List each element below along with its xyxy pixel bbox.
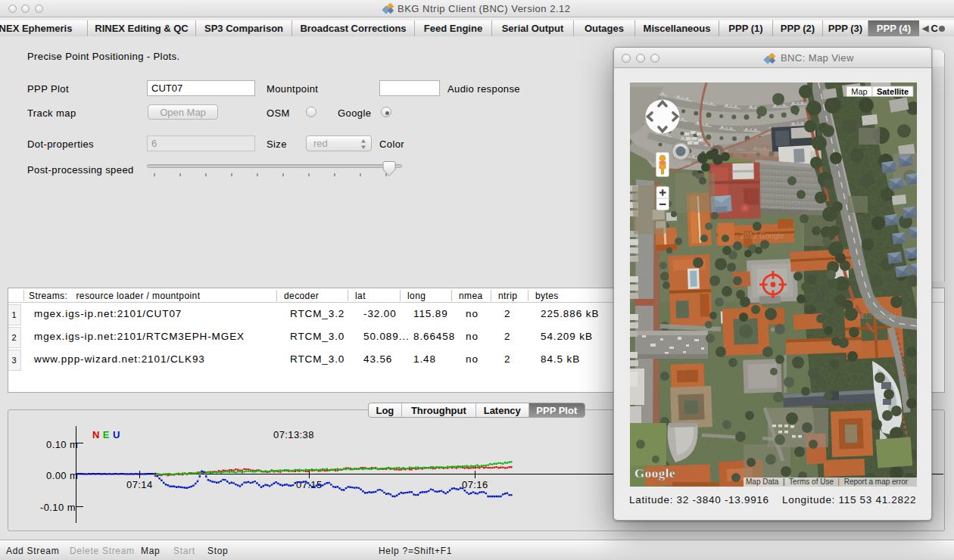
svg-text:Satellite: Satellite: [877, 87, 909, 96]
svg-text:Map: Map: [851, 87, 867, 96]
svg-text:Google: Google: [634, 466, 675, 481]
svg-text:Map Data | Terms of Use |: Map Data | Terms of Use | Report a map e…: [746, 478, 909, 486]
